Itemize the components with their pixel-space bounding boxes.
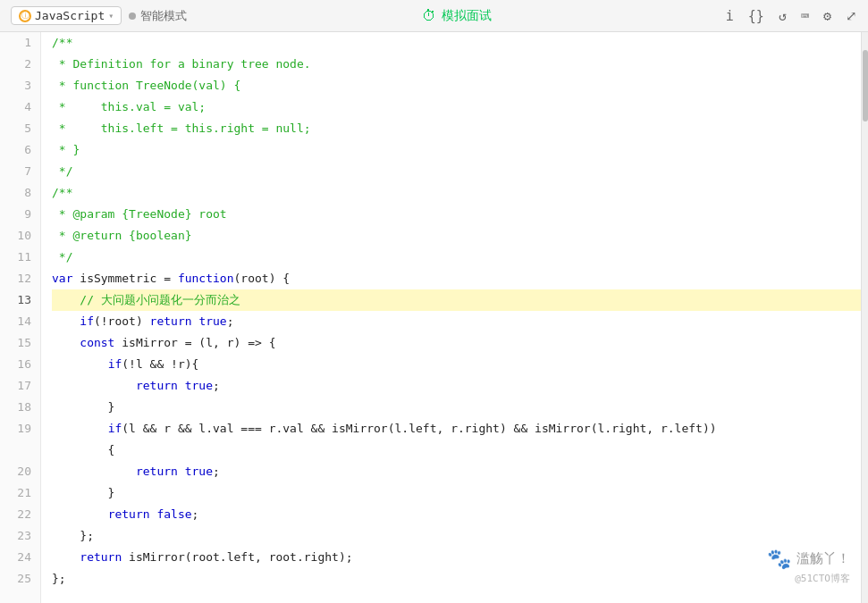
- braces-icon[interactable]: {}: [748, 8, 764, 24]
- code-line: * @param {TreeNode} root: [52, 204, 861, 225]
- watermark-sub: @51CTO博客: [767, 572, 850, 585]
- code-line: return true;: [52, 461, 861, 482]
- line-number: 4: [0, 96, 40, 118]
- line-number: 3: [0, 75, 40, 96]
- line-number: 8: [0, 182, 40, 204]
- settings-icon[interactable]: ⚙: [823, 8, 831, 24]
- code-line: const isMirror = (l, r) => {: [52, 332, 861, 354]
- code-line: * function TreeNode(val) {: [52, 75, 861, 96]
- interview-button[interactable]: ⏱ 模拟面试: [422, 7, 492, 24]
- toolbar: ⓘ JavaScript ▾ 智能模式 ⏱ 模拟面试 i {} ↺ ⌨ ⚙ ⤢: [0, 0, 868, 32]
- scrollbar-track[interactable]: [861, 32, 868, 603]
- watermark-text: 滥觞丫！: [796, 550, 850, 567]
- code-line: return true;: [52, 375, 861, 397]
- toolbar-right: i {} ↺ ⌨ ⚙ ⤢: [726, 8, 857, 24]
- code-line: };: [52, 525, 861, 547]
- interview-label: 模拟面试: [442, 8, 492, 24]
- terminal-icon[interactable]: ⌨: [801, 8, 809, 24]
- line-number: 21: [0, 482, 40, 504]
- mode-label: 智能模式: [140, 8, 187, 24]
- code-line: }: [52, 397, 861, 418]
- line-number: 13: [0, 289, 40, 311]
- info-icon[interactable]: i: [726, 8, 734, 24]
- code-line: /**: [52, 32, 861, 54]
- line-number: 7: [0, 161, 40, 182]
- code-area-wrapper: /** * Definition for a binary tree node.…: [41, 32, 868, 603]
- watermark: 🐾 滥觞丫！ @51CTO博客: [767, 548, 850, 585]
- line-number: 22: [0, 504, 40, 525]
- editor-container: 1234567891011121314151617181920212223242…: [0, 32, 868, 603]
- line-number: 2: [0, 54, 40, 75]
- line-number: 20: [0, 461, 40, 482]
- line-number: 6: [0, 139, 40, 161]
- code-line: */: [52, 247, 861, 268]
- code-line: * this.left = this.right = null;: [52, 118, 861, 139]
- line-number: 11: [0, 247, 40, 268]
- code-line: var isSymmetric = function(root) {: [52, 268, 861, 289]
- code-line: return false;: [52, 504, 861, 525]
- line-number-continuation: [0, 440, 40, 461]
- line-number: 23: [0, 525, 40, 547]
- mode-dot-icon: [129, 13, 136, 20]
- line-number: 24: [0, 547, 40, 568]
- scrollbar-thumb[interactable]: [863, 50, 868, 121]
- line-number: 1: [0, 32, 40, 54]
- line-number: 9: [0, 204, 40, 225]
- expand-icon[interactable]: ⤢: [846, 8, 857, 24]
- code-line: * }: [52, 139, 861, 161]
- toolbar-left: ⓘ JavaScript ▾ 智能模式: [11, 6, 187, 25]
- line-numbers: 1234567891011121314151617181920212223242…: [0, 32, 41, 603]
- watermark-logo: 🐾 滥觞丫！: [767, 548, 850, 570]
- language-selector[interactable]: ⓘ JavaScript ▾: [11, 6, 122, 25]
- code-line: * this.val = val;: [52, 96, 861, 118]
- code-line: * @return {boolean}: [52, 225, 861, 247]
- code-line: };: [52, 568, 861, 590]
- lang-icon: ⓘ: [19, 10, 31, 22]
- mode-badge: 智能模式: [129, 8, 187, 24]
- watermark-icon: 🐾: [767, 548, 791, 570]
- code-line: /**: [52, 182, 861, 204]
- line-number: 17: [0, 375, 40, 397]
- code-area[interactable]: /** * Definition for a binary tree node.…: [41, 32, 861, 603]
- language-label: JavaScript: [35, 9, 105, 22]
- code-line: // 大问题小问题化一分而治之: [52, 289, 861, 311]
- code-line-continuation: {: [52, 440, 861, 461]
- line-number: 12: [0, 268, 40, 289]
- dropdown-arrow-icon: ▾: [108, 11, 114, 21]
- code-line: if(l && r && l.val === r.val && isMirror…: [52, 418, 861, 440]
- line-number: 5: [0, 118, 40, 139]
- line-number: 15: [0, 332, 40, 354]
- line-number: 10: [0, 225, 40, 247]
- line-number: 25: [0, 568, 40, 590]
- line-number: 19: [0, 418, 40, 440]
- code-line: }: [52, 482, 861, 504]
- code-line: return isMirror(root.left, root.right);: [52, 547, 861, 568]
- line-number: 18: [0, 397, 40, 418]
- code-line: if(!root) return true;: [52, 311, 861, 332]
- code-line: * Definition for a binary tree node.: [52, 54, 861, 75]
- app-root: ⓘ JavaScript ▾ 智能模式 ⏱ 模拟面试 i {} ↺ ⌨ ⚙ ⤢ …: [0, 0, 868, 603]
- clock-icon: ⏱: [422, 7, 436, 24]
- line-number: 16: [0, 354, 40, 375]
- code-line: if(!l && !r){: [52, 354, 861, 375]
- refresh-icon[interactable]: ↺: [779, 8, 787, 24]
- code-line: */: [52, 161, 861, 182]
- line-number: 14: [0, 311, 40, 332]
